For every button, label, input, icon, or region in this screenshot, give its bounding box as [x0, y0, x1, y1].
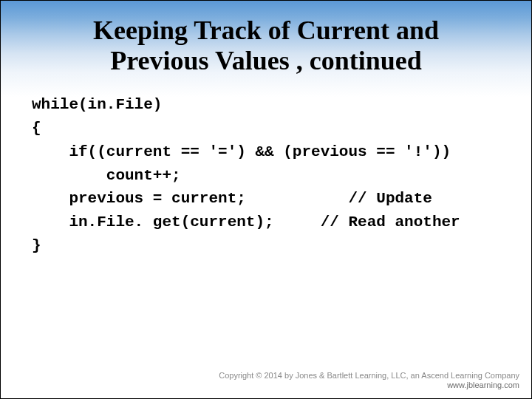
slide: Keeping Track of Current and Previous Va…	[0, 0, 532, 399]
title-line-2: Previous Values , continued	[1, 46, 531, 76]
footer-url: www.jblearning.com	[219, 381, 519, 391]
copyright-text: Copyright © 2014 by Jones & Bartlett Lea…	[219, 371, 519, 381]
title-line-1: Keeping Track of Current and	[1, 16, 531, 46]
slide-title: Keeping Track of Current and Previous Va…	[1, 1, 531, 77]
code-block: while(in.File) { if((current == '=') && …	[32, 93, 531, 258]
footer: Copyright © 2014 by Jones & Bartlett Lea…	[219, 371, 519, 392]
